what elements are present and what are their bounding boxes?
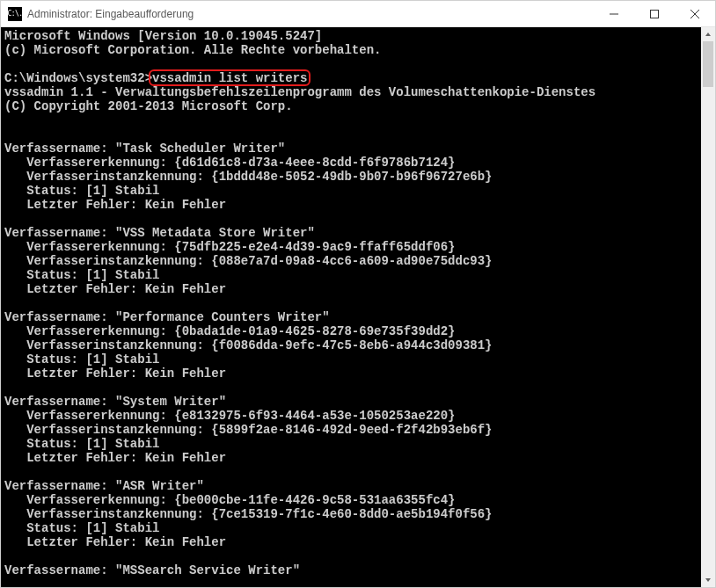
scrollbar-track[interactable]	[701, 41, 715, 573]
terminal-output[interactable]: Microsoft Windows [Version 10.0.19045.52…	[1, 27, 701, 587]
scrollbar-thumb[interactable]	[703, 41, 713, 87]
titlebar: C:\. Administrator: Eingabeaufforderung	[1, 1, 715, 27]
cmd-icon: C:\.	[8, 7, 22, 21]
scroll-down-arrow-icon[interactable]	[701, 573, 715, 587]
window-controls	[594, 1, 715, 26]
scroll-up-arrow-icon[interactable]	[701, 27, 715, 41]
terminal-area: Microsoft Windows [Version 10.0.19045.52…	[1, 27, 715, 587]
maximize-button[interactable]	[634, 1, 675, 26]
svg-rect-0	[651, 10, 659, 18]
minimize-button[interactable]	[594, 1, 634, 26]
window-title: Administrator: Eingabeaufforderung	[27, 8, 594, 20]
vertical-scrollbar[interactable]	[701, 27, 715, 587]
close-button[interactable]	[675, 1, 715, 26]
